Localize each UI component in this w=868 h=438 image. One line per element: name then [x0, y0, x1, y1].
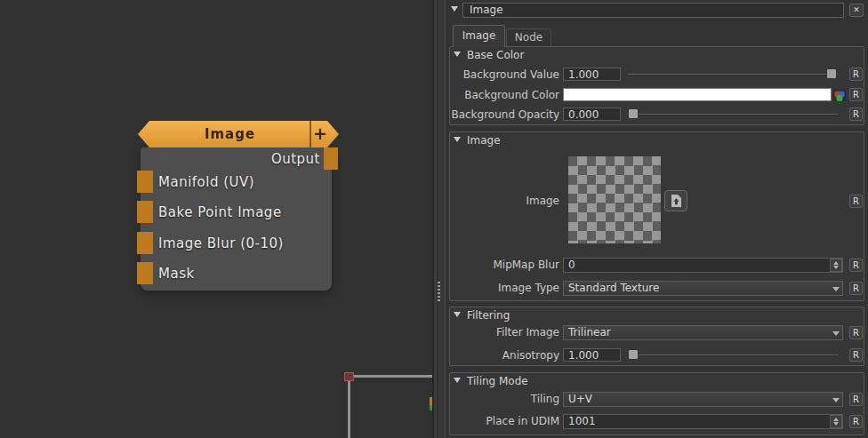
anisotropy-field[interactable]: 1.000	[563, 348, 621, 362]
input-port-label: Manifold (UV)	[158, 174, 254, 190]
filtering-title: Filtering	[467, 309, 510, 322]
background-color-label: Background Color	[442, 89, 559, 102]
place-in-udim-spinner[interactable]	[830, 415, 842, 428]
input-port-mask[interactable]	[137, 262, 153, 284]
background-opacity-label: Background Opacity	[442, 108, 559, 122]
background-value-slider-handle[interactable]	[826, 68, 837, 79]
chevron-down-icon	[832, 331, 840, 336]
app-window: Image + Output Manifold (UV) Bake Point …	[0, 0, 868, 438]
input-port-manifold[interactable]	[137, 171, 153, 193]
input-port-label: Image Blur (0-10)	[158, 235, 284, 251]
output-port-label: Output	[178, 151, 320, 167]
input-port-image-blur[interactable]	[137, 232, 153, 254]
image-type-label: Image Type	[442, 282, 559, 295]
tiling-mode-title: Tiling Mode	[467, 375, 528, 387]
backdrop-frame[interactable]	[348, 375, 432, 438]
filter-image-reset-button[interactable]: R	[849, 326, 863, 339]
anisotropy-reset-button[interactable]: R	[849, 348, 863, 362]
tab-image[interactable]: Image	[453, 25, 505, 47]
base-color-collapse-icon[interactable]	[454, 52, 461, 57]
frame-corner-handle[interactable]	[344, 372, 354, 381]
anisotropy-slider-track[interactable]	[628, 354, 838, 356]
filtering-collapse-icon[interactable]	[454, 312, 461, 317]
place-in-udim-label: Place in UDIM	[442, 415, 559, 428]
color-picker-icon[interactable]	[833, 89, 846, 101]
mipmap-blur-spinner[interactable]	[830, 259, 842, 272]
mipmap-blur-field[interactable]: 0	[563, 258, 843, 273]
upload-image-button[interactable]	[664, 190, 687, 211]
tab-node-label: Node	[515, 31, 542, 44]
upload-file-icon	[671, 194, 682, 208]
mipmap-blur-reset-button[interactable]: R	[849, 259, 863, 272]
node-title: Image	[149, 121, 310, 147]
tiling-label: Tiling	[442, 393, 559, 406]
tab-node[interactable]: Node	[506, 28, 551, 46]
image-type-value: Standard Texture	[568, 282, 659, 294]
background-color-reset-button[interactable]: R	[849, 88, 863, 101]
background-value-field[interactable]: 1.000	[563, 68, 621, 81]
panel-splitter[interactable]	[432, 0, 445, 438]
panel-title-field: Image	[462, 3, 844, 18]
image-label: Image	[442, 195, 559, 208]
background-value-slider-track[interactable]	[628, 74, 838, 76]
input-port-bake-point[interactable]	[137, 201, 153, 223]
tiling-reset-button[interactable]: R	[849, 393, 863, 406]
place-in-udim-reset-button[interactable]: R	[849, 415, 863, 428]
close-button[interactable]: ✕	[849, 4, 864, 17]
node-add-button[interactable]: +	[311, 121, 329, 147]
background-color-swatch[interactable]	[563, 88, 832, 101]
close-icon: ✕	[853, 5, 860, 14]
place-in-udim-field[interactable]: 1001	[563, 414, 843, 429]
anisotropy-label: Anisotropy	[442, 349, 559, 362]
background-opacity-slider-track[interactable]	[628, 114, 838, 115]
collapse-triangle-icon[interactable]	[451, 6, 458, 12]
filter-image-label: Filter Image	[442, 326, 559, 339]
node-header[interactable]: Image +	[138, 121, 339, 147]
image-collapse-icon[interactable]	[454, 137, 461, 142]
background-value-label: Background Value	[442, 68, 559, 82]
tiling-mode-collapse-icon[interactable]	[454, 378, 461, 383]
chevron-down-icon	[832, 398, 840, 402]
base-color-title: Base Color	[467, 49, 524, 61]
background-opacity-slider-handle[interactable]	[628, 108, 639, 119]
plus-icon: +	[313, 123, 327, 143]
output-port[interactable]	[324, 147, 338, 170]
tiling-value: U+V	[568, 393, 592, 405]
background-value-reset-button[interactable]: R	[849, 68, 863, 81]
input-port-label: Mask	[158, 266, 195, 282]
image-type-reset-button[interactable]: R	[849, 282, 863, 295]
background-opacity-reset-button[interactable]: R	[849, 108, 863, 121]
image-section-title: Image	[467, 134, 501, 147]
mipmap-blur-label: MipMap Blur	[442, 259, 559, 272]
image-reset-button[interactable]: R	[849, 195, 863, 208]
image-thumbnail[interactable]	[568, 156, 661, 243]
properties-panel: Image ✕ Image Node Base Color Background…	[445, 0, 868, 438]
filter-image-dropdown[interactable]: Trilinear	[563, 325, 843, 340]
background-opacity-field[interactable]: 0.000	[563, 108, 621, 121]
input-port-label: Bake Point Image	[158, 204, 282, 220]
node-graph-canvas[interactable]: Image + Output Manifold (UV) Bake Point …	[0, 0, 432, 438]
panel-title: Image	[470, 4, 503, 16]
splitter-grip-icon[interactable]	[438, 282, 440, 301]
tiling-dropdown[interactable]: U+V	[563, 392, 843, 407]
anisotropy-slider-handle[interactable]	[628, 349, 639, 360]
chevron-down-icon	[832, 287, 840, 291]
image-type-dropdown[interactable]: Standard Texture	[563, 281, 843, 296]
tab-image-label: Image	[462, 29, 496, 42]
filter-image-value: Trilinear	[568, 326, 611, 338]
